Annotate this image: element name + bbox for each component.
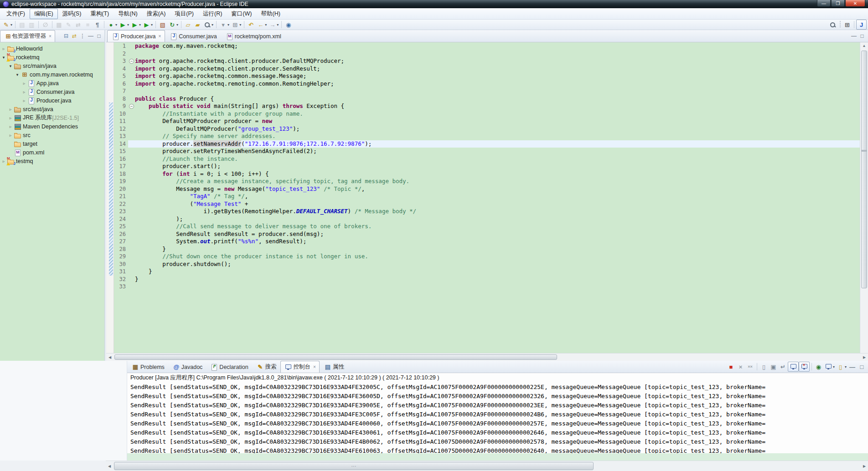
code-line-9[interactable]: 9− public static void main(String[] args…	[114, 102, 860, 110]
close-button[interactable]: ✕	[845, 0, 865, 7]
tree-item-testmq[interactable]: ▹MJtestmq	[0, 157, 104, 165]
scroll-right-arrow[interactable]: ▶	[861, 355, 868, 359]
menu-item-r[interactable]: 运行(R)	[198, 9, 227, 19]
expander-closed-icon[interactable]: ▹	[21, 90, 27, 94]
dropdown-arrow-icon[interactable]: ▾	[176, 23, 178, 27]
pin-console-icon[interactable]: ◉	[814, 362, 823, 371]
menu-item-f[interactable]: 文件(F)	[2, 9, 30, 19]
close-view-icon[interactable]: ×	[49, 34, 52, 39]
editor-tab-producer-java[interactable]: JProducer.java×	[107, 30, 165, 42]
expander-closed-icon[interactable]: ▹	[1, 46, 6, 51]
tree-item-maven-dependencies[interactable]: ▹Maven Dependencies	[0, 122, 104, 131]
tab-package-explorer[interactable]: ⊞ 包资源管理器 ×	[0, 30, 55, 42]
code-line-26[interactable]: 26 SendResult sendResult = producer.send…	[114, 230, 860, 238]
menu-item-h[interactable]: 帮助(H)	[256, 9, 284, 19]
fold-collapse-icon[interactable]: −	[129, 104, 134, 109]
code-line-7[interactable]: 7	[114, 87, 860, 95]
code-text-area[interactable]: 1package com.my.maven.rocketmq;23−import…	[114, 42, 860, 353]
expander-closed-icon[interactable]: ▹	[8, 107, 13, 112]
annotation-ruler[interactable]	[106, 42, 114, 353]
dropdown-arrow-icon[interactable]: ▾	[265, 23, 267, 27]
back-icon[interactable]: ←▾	[256, 20, 268, 29]
menu-item-w[interactable]: 窗口(W)	[227, 9, 256, 19]
code-line-3[interactable]: 3−import org.apache.rocketmq.client.prod…	[114, 57, 860, 65]
code-line-33[interactable]: 33	[114, 283, 860, 291]
code-line-10[interactable]: 10 //Instantiate with a producer group n…	[114, 110, 860, 118]
remove-all-launches-icon[interactable]: ××	[745, 362, 755, 371]
code-line-8[interactable]: 8public class Producer {	[114, 95, 860, 103]
scroll-up-arrow[interactable]: ▲	[860, 42, 868, 50]
close-tab-icon[interactable]: ×	[158, 34, 161, 39]
bottom-tab-declaration[interactable]: ↱Declaration	[206, 361, 252, 373]
view-menu-icon[interactable]: ⋮	[78, 32, 87, 40]
collapse-all-icon[interactable]: ⊟	[62, 32, 70, 40]
vertical-scroll-thumb[interactable]	[861, 51, 867, 288]
code-line-19[interactable]: 19 //Create a message instance, specifyi…	[114, 178, 860, 185]
dropdown-arrow-icon[interactable]: ▾	[212, 23, 213, 27]
last-edit-location-icon[interactable]: ↶	[246, 20, 256, 29]
console-output[interactable]: SendResult [sendStatus=SEND_OK, msgId=C0…	[127, 383, 868, 453]
terminate-icon[interactable]: ■	[726, 362, 736, 371]
run-configurations-icon[interactable]: ▶▾	[130, 20, 142, 29]
code-line-31[interactable]: 31 }	[114, 268, 860, 276]
editor-tab-rocketmq-pom-xml[interactable]: Mrocketmq/pom.xml	[221, 30, 285, 42]
external-tools-icon[interactable]: ↻▾	[167, 20, 179, 29]
code-line-28[interactable]: 28 }	[114, 246, 860, 253]
tree-item-producer-java[interactable]: ▹JProducer.java	[0, 96, 104, 105]
tree-item-target[interactable]: target	[0, 139, 104, 148]
run-icon[interactable]: ▶▾	[118, 20, 130, 29]
code-line-4[interactable]: 4import org.apache.rocketmq.client.produ…	[114, 65, 860, 73]
code-line-13[interactable]: 13 // Specify name server addresses.	[114, 133, 860, 140]
show-on-stderr-icon[interactable]: ×	[799, 362, 810, 372]
tree-item-com-my-maven-rocketmq[interactable]: ▾⊞com.my.maven.rocketmq	[0, 70, 104, 79]
maximize-panel-icon[interactable]: □	[857, 362, 867, 371]
type-hierarchy-icon[interactable]: ⊞▾	[230, 20, 242, 29]
editor-horizontal-scrollbar[interactable]: ◀ ▶	[106, 353, 868, 361]
code-line-22[interactable]: 22 ("Message Test" +	[114, 200, 860, 208]
bottom-tab-[interactable]: ✎搜索	[252, 361, 280, 373]
dropdown-arrow-icon[interactable]: ▾	[10, 23, 12, 27]
code-line-11[interactable]: 11 DefaultMQProducer producer = new	[114, 118, 860, 125]
code-line-27[interactable]: 27 System.out.printf("%s%n", sendResult)…	[114, 238, 860, 246]
close-tab-icon[interactable]: ×	[313, 364, 316, 369]
clear-console-icon[interactable]: ▯	[759, 362, 769, 371]
bottom-tab-[interactable]: 控制台×	[280, 361, 320, 373]
scroll-on-stdout-icon[interactable]	[788, 362, 799, 372]
tree-item-helloworld[interactable]: ▹JHelloworld	[0, 44, 104, 53]
minimize-button[interactable]: —	[817, 0, 831, 7]
tree-item-src-main-java[interactable]: ▾src/main/java	[0, 61, 104, 70]
console-scroll-left-arrow[interactable]: ◀	[106, 464, 113, 468]
debug-icon[interactable]: ●▾	[106, 20, 118, 29]
code-line-25[interactable]: 25 //Call send message to deliver messag…	[114, 223, 860, 230]
search-flashlight-icon[interactable]: ▾	[202, 20, 214, 29]
editor-vertical-scrollbar[interactable]: ▲	[860, 42, 868, 353]
java-perspective-icon[interactable]: J	[856, 20, 867, 30]
expander-closed-icon[interactable]: ▹	[21, 98, 27, 103]
dropdown-arrow-icon[interactable]: ▾	[833, 365, 835, 369]
code-line-21[interactable]: 21 "TagA" /* Tag */,	[114, 193, 860, 200]
bottom-tab-javadoc[interactable]: @Javadoc	[168, 361, 207, 373]
expander-closed-icon[interactable]: ▹	[8, 124, 13, 129]
menu-item-a[interactable]: 搜索(A)	[142, 9, 170, 19]
code-line-1[interactable]: 1package com.my.maven.rocketmq;	[114, 42, 860, 50]
editor-tab-consumer-java[interactable]: JConsumer.java	[165, 30, 221, 42]
tree-item-src-test-java[interactable]: ▹src/test/java	[0, 105, 104, 113]
bottom-tab-[interactable]: ▤属性	[320, 361, 348, 373]
tree-item-consumer-java[interactable]: ▹JConsumer.java	[0, 87, 104, 96]
menu-item-s[interactable]: 源码(S)	[58, 9, 86, 19]
code-line-16[interactable]: 16 //Launch the instance.	[114, 155, 860, 163]
expander-closed-icon[interactable]: ▹	[21, 81, 27, 86]
code-line-6[interactable]: 6import org.apache.rocketmq.remoting.com…	[114, 80, 860, 88]
new-wizard-icon[interactable]: ✎▾	[1, 20, 13, 29]
tree-item-jre[interactable]: ▹JRE 系统库 [J2SE-1.5]	[0, 113, 104, 122]
expander-open-icon[interactable]: ▾	[8, 64, 13, 68]
maximize-button[interactable]: ❐	[831, 0, 845, 7]
tree-item-rocketmq[interactable]: ▾MJrocketmq	[0, 53, 104, 61]
menu-item-t[interactable]: 重构(T)	[86, 9, 114, 19]
maximize-view-icon[interactable]: □	[95, 32, 103, 40]
code-line-15[interactable]: 15 producer.setRetryTimesWhenSendAsyncFa…	[114, 148, 860, 155]
console-scroll-right-arrow[interactable]: ▶	[861, 464, 868, 468]
open-resource-icon[interactable]: ▰	[193, 20, 202, 29]
horizontal-scroll-thumb[interactable]	[114, 354, 557, 360]
open-console-icon[interactable]: ▯▾	[836, 362, 847, 371]
